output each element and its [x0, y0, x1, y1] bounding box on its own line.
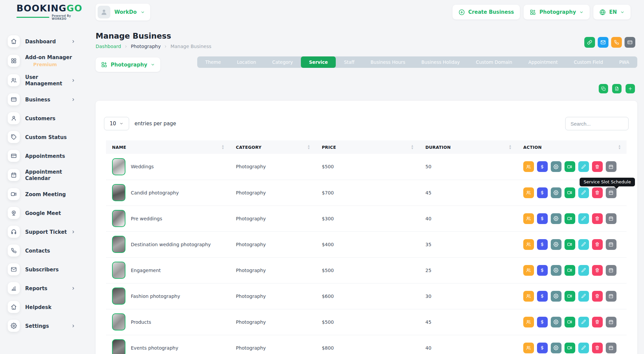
helpdesk[interactable]: Helpdesk: [8, 301, 86, 313]
edit-button[interactable]: [578, 187, 589, 198]
copy-button[interactable]: [599, 84, 608, 93]
export-button[interactable]: [612, 84, 622, 93]
price-button[interactable]: [537, 161, 548, 172]
reports[interactable]: Reports: [8, 282, 86, 294]
delete-button[interactable]: [592, 291, 603, 302]
service-settings-button[interactable]: [551, 343, 561, 353]
breadcrumb-photography-link[interactable]: Photography: [131, 44, 161, 49]
user-management[interactable]: User Management: [8, 74, 86, 87]
tab[interactable]: Business Hours: [363, 56, 413, 68]
assign-staff-button[interactable]: [523, 213, 534, 224]
delete-button[interactable]: [592, 213, 603, 224]
tab[interactable]: Category: [264, 56, 301, 68]
create-business-button[interactable]: Create Business: [452, 5, 520, 19]
customers[interactable]: Customers: [8, 112, 86, 124]
delete-button[interactable]: [592, 343, 603, 353]
google-meet[interactable]: Google Meet: [8, 207, 86, 219]
mail-button[interactable]: [598, 37, 608, 48]
service-settings-button[interactable]: [551, 317, 561, 327]
search-input[interactable]: [565, 117, 629, 130]
price-button[interactable]: [537, 213, 548, 224]
assign-staff-button[interactable]: [523, 317, 534, 327]
entries-per-page-select[interactable]: 10: [104, 117, 129, 130]
payment-button[interactable]: [625, 37, 635, 48]
business-dropdown[interactable]: Photography: [96, 57, 160, 72]
call-button[interactable]: [611, 37, 622, 48]
assign-staff-button[interactable]: [523, 187, 534, 198]
delete-button[interactable]: [592, 161, 603, 172]
sort-icon[interactable]: [619, 144, 621, 150]
tab[interactable]: Staff: [336, 56, 362, 68]
service-settings-button[interactable]: [551, 239, 561, 250]
meeting-link-button[interactable]: [565, 239, 575, 250]
language-switcher[interactable]: EN: [593, 5, 631, 19]
meeting-link-button[interactable]: [565, 291, 575, 302]
column-header[interactable]: DURATION: [419, 140, 517, 154]
meeting-link-button[interactable]: [565, 265, 575, 276]
column-header[interactable]: CATEGORY: [230, 140, 316, 154]
contacts[interactable]: Contacts: [8, 245, 86, 257]
edit-button[interactable]: [578, 317, 589, 327]
assign-staff-button[interactable]: [523, 265, 534, 276]
price-button[interactable]: [537, 291, 548, 302]
meeting-link-button[interactable]: [565, 161, 575, 172]
tab[interactable]: Service: [301, 56, 336, 68]
edit-button[interactable]: [578, 291, 589, 302]
edit-button[interactable]: [578, 161, 589, 172]
column-header[interactable]: ACTION: [517, 140, 627, 154]
slot-schedule-button[interactable]: [606, 239, 616, 250]
edit-button[interactable]: [578, 265, 589, 276]
slot-schedule-button[interactable]: [606, 213, 616, 224]
service-settings-button[interactable]: [551, 265, 561, 276]
assign-staff-button[interactable]: [523, 239, 534, 250]
workspace-switcher[interactable]: WorkDo: [96, 4, 150, 20]
support-ticket[interactable]: Support Ticket: [8, 226, 86, 238]
meeting-link-button[interactable]: [565, 317, 575, 327]
slot-schedule-button[interactable]: [606, 343, 616, 353]
meeting-link-button[interactable]: [565, 343, 575, 353]
tab[interactable]: Theme: [197, 56, 229, 68]
tab[interactable]: Business Holiday: [413, 56, 468, 68]
price-button[interactable]: [537, 239, 548, 250]
slot-schedule-button[interactable]: [606, 265, 616, 276]
column-header[interactable]: NAME: [106, 140, 230, 154]
dashboard[interactable]: Dashboard: [8, 35, 86, 47]
slot-schedule-button[interactable]: [606, 317, 616, 327]
price-button[interactable]: [537, 343, 548, 353]
add-service-button[interactable]: [626, 84, 635, 93]
service-settings-button[interactable]: [551, 213, 561, 224]
sort-icon[interactable]: [222, 144, 224, 150]
tab[interactable]: Location: [229, 56, 264, 68]
slot-schedule-button[interactable]: [606, 291, 616, 302]
business-switcher[interactable]: Photography: [524, 5, 590, 19]
settings[interactable]: Settings: [8, 320, 86, 332]
appointments[interactable]: Appointments: [8, 150, 86, 162]
breadcrumb-dashboard-link[interactable]: Dashboard: [96, 44, 121, 49]
appointment-calendar[interactable]: Appointment Calendar: [8, 169, 86, 181]
delete-button[interactable]: [592, 187, 603, 198]
sort-icon[interactable]: [412, 144, 414, 150]
sort-icon[interactable]: [509, 144, 511, 150]
column-header[interactable]: PRICE: [316, 140, 419, 154]
tab[interactable]: Custom Field: [566, 56, 611, 68]
meeting-link-button[interactable]: [565, 187, 575, 198]
meeting-link-button[interactable]: [565, 213, 575, 224]
copy-link-button[interactable]: [584, 37, 595, 48]
custom-status[interactable]: Custom Status: [8, 131, 86, 143]
tab[interactable]: Custom Domain: [468, 56, 520, 68]
assign-staff-button[interactable]: [523, 343, 534, 353]
service-settings-button[interactable]: [551, 187, 561, 198]
price-button[interactable]: [537, 317, 548, 327]
service-settings-button[interactable]: [551, 291, 561, 302]
delete-button[interactable]: [592, 239, 603, 250]
service-settings-button[interactable]: [551, 161, 561, 172]
assign-staff-button[interactable]: [523, 161, 534, 172]
zoom-meeting[interactable]: Zoom Meeting: [8, 188, 86, 200]
business[interactable]: Business: [8, 93, 86, 105]
price-button[interactable]: [537, 265, 548, 276]
delete-button[interactable]: [592, 317, 603, 327]
edit-button[interactable]: [578, 213, 589, 224]
edit-button[interactable]: [578, 239, 589, 250]
assign-staff-button[interactable]: [523, 291, 534, 302]
tab[interactable]: Appointment: [520, 56, 566, 68]
